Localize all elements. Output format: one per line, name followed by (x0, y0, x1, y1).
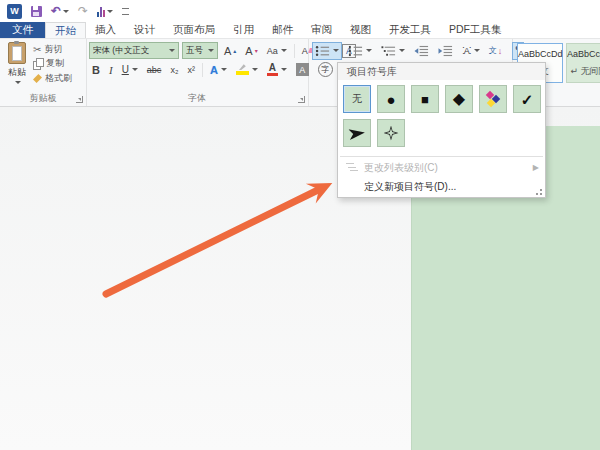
bullet-option-arrowhead[interactable] (343, 119, 371, 147)
font-group: 宋体 (中文正文 五号 A▴ A▾ Aa A 文 A B I U abc (86, 39, 309, 106)
copy-label: 复制 (46, 57, 64, 70)
subscript-button[interactable]: x₂ (167, 61, 181, 79)
format-painter-icon (33, 74, 42, 83)
bullet-library-dropdown: 项目符号库 无 ● ■ ◆ ✓ 更改列表级别(C) ▶ (337, 62, 546, 198)
tab-page-layout[interactable]: 页面布局 (164, 22, 224, 38)
font-group-label: 字体 (86, 92, 308, 105)
word-window: W ↶ ↷ 文件 开始 插入 设计 页面布局 引用 邮件 审阅 视图 开发工具 … (0, 0, 600, 450)
increase-indent-icon (438, 45, 453, 57)
black-square-icon: ■ (421, 93, 429, 106)
font-name-combo[interactable]: 宋体 (中文正文 (89, 42, 179, 59)
strikethrough-button[interactable]: abc (144, 61, 165, 79)
clipboard-dialog-launcher-icon[interactable] (76, 96, 83, 103)
tab-design[interactable]: 设计 (125, 22, 164, 38)
bullets-button[interactable] (312, 42, 342, 60)
format-painter-button[interactable]: 格式刷 (33, 72, 72, 85)
underline-button[interactable]: U (119, 61, 141, 79)
define-new-bullet-label: 定义新项目符号(D)... (364, 180, 456, 194)
shrink-font-button[interactable]: A▾ (242, 42, 260, 60)
titlebar: W ↶ ↷ (0, 0, 600, 22)
bullet-option-star[interactable] (377, 119, 405, 147)
bullet-option-diamond[interactable]: ◆ (445, 85, 473, 113)
bullet-option-square[interactable]: ■ (411, 85, 439, 113)
highlight-button[interactable] (233, 61, 261, 79)
tab-insert[interactable]: 插入 (86, 22, 125, 38)
bullet-option-none[interactable]: 无 (343, 85, 371, 113)
menu-item-define-new-bullet[interactable]: 定义新项目符号(D)... (338, 177, 545, 196)
bullet-option-circle[interactable]: ● (377, 85, 405, 113)
chevron-down-icon (107, 10, 113, 13)
paste-button[interactable]: 粘贴 (4, 42, 30, 94)
redo-icon[interactable]: ↷ (78, 5, 88, 17)
chevron-down-icon (333, 49, 339, 52)
copy-button[interactable]: 复制 (33, 57, 64, 70)
asian-layout-button[interactable]: ⁚A⁚ (459, 42, 483, 60)
multilevel-list-button[interactable] (378, 42, 408, 60)
chart-icon (97, 6, 105, 17)
bullet-library-header: 项目符号库 (338, 63, 545, 80)
font-size-value: 五号 (186, 45, 203, 57)
undo-icon: ↶ (51, 5, 61, 17)
superscript-button[interactable]: x² (184, 61, 198, 79)
panel-resize-grip[interactable] (540, 193, 542, 195)
bold-button[interactable]: B (89, 61, 103, 79)
chevron-down-icon (208, 49, 214, 52)
chart-button[interactable] (97, 6, 113, 17)
bullets-icon (315, 45, 330, 57)
menu-separator (340, 156, 543, 157)
highlighter-icon (236, 64, 249, 75)
paste-label: 粘贴 (8, 66, 26, 79)
increase-indent-button[interactable] (435, 42, 456, 60)
numbering-button[interactable] (345, 42, 375, 60)
save-icon[interactable] (31, 6, 42, 17)
chevron-down-icon (474, 49, 480, 52)
chevron-down-icon (252, 68, 258, 71)
font-dialog-launcher-icon[interactable] (298, 96, 305, 103)
undo-button[interactable]: ↶ (51, 5, 69, 17)
chevron-down-icon (169, 49, 175, 52)
tab-review[interactable]: 审阅 (302, 22, 341, 38)
color-diamonds-icon (485, 91, 501, 107)
grow-font-button[interactable]: A▴ (221, 42, 239, 60)
customize-qat-icon[interactable] (122, 8, 129, 15)
chevron-down-icon (399, 49, 405, 52)
chevron-down-icon (281, 68, 287, 71)
chevron-down-icon (366, 49, 372, 52)
chevron-down-icon (221, 68, 227, 71)
quick-access-toolbar: W ↶ ↷ (0, 0, 129, 22)
submenu-chevron-icon: ▶ (533, 163, 539, 172)
arrowhead-icon (348, 126, 365, 139)
font-size-combo[interactable]: 五号 (182, 42, 218, 59)
four-point-star-icon (384, 126, 399, 141)
tab-pdf-tools[interactable]: PDF工具集 (440, 22, 511, 38)
tab-file[interactable]: 文件 (0, 22, 45, 38)
change-case-button[interactable]: Aa (264, 42, 290, 60)
numbering-icon (348, 45, 363, 57)
ribbon-tab-bar: 文件 开始 插入 设计 页面布局 引用 邮件 审阅 视图 开发工具 PDF工具集 (0, 22, 600, 38)
chevron-down-icon (132, 68, 138, 71)
format-painter-label: 格式刷 (45, 72, 72, 85)
red-color-bar (267, 73, 278, 76)
sort-button[interactable]: 文↓ (486, 42, 506, 60)
font-name-value: 宋体 (中文正文 (93, 45, 149, 57)
style-name: ↵ 无间隔 (567, 65, 600, 78)
word-app-icon[interactable]: W (7, 4, 22, 19)
tab-home[interactable]: 开始 (45, 22, 86, 38)
tab-mailings[interactable]: 邮件 (263, 22, 302, 38)
text-effects-button[interactable]: A (207, 61, 230, 79)
black-diamond-icon: ◆ (453, 91, 465, 107)
decrease-indent-icon (414, 45, 429, 57)
font-color-button[interactable]: A (264, 61, 290, 79)
style-sample-text: AaBbCcDd (567, 49, 600, 59)
style-no-spacing[interactable]: AaBbCcDd ↵ 无间隔 (566, 43, 600, 83)
tab-developer[interactable]: 开发工具 (380, 22, 440, 38)
decrease-indent-button[interactable] (411, 42, 432, 60)
tab-view[interactable]: 视图 (341, 22, 380, 38)
menu-item-change-list-level: 更改列表级别(C) ▶ (338, 158, 545, 177)
scissors-icon: ✂ (33, 45, 41, 55)
bullet-option-check[interactable]: ✓ (513, 85, 541, 113)
italic-button[interactable]: I (106, 61, 116, 79)
tab-references[interactable]: 引用 (224, 22, 263, 38)
bullet-option-color-diamonds[interactable] (479, 85, 507, 113)
cut-button[interactable]: ✂ 剪切 (33, 43, 62, 56)
